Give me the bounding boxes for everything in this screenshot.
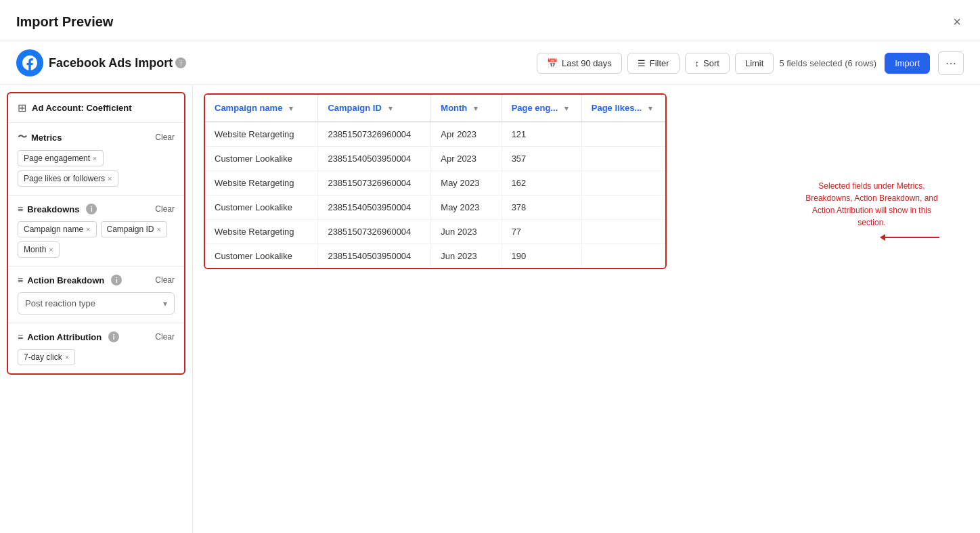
chevron-down-icon: ▾ xyxy=(163,299,167,308)
calendar-icon: 📅 xyxy=(547,58,558,68)
filter-label: Filter xyxy=(650,58,669,68)
table-row: Website Retargeting23851507326960004Apr … xyxy=(205,122,665,147)
col-month-sort-icon: ▾ xyxy=(474,104,478,112)
breakdowns-tag-2-remove[interactable]: × xyxy=(49,246,53,254)
breakdowns-clear-button[interactable]: Clear xyxy=(155,204,175,214)
action-breakdown-dropdown[interactable]: Post reaction type ▾ xyxy=(18,292,175,315)
table-cell-0-1: 23851507326960004 xyxy=(318,122,431,147)
date-range-button[interactable]: 📅 Last 90 days xyxy=(537,53,622,74)
table-cell-2-2: May 2023 xyxy=(431,171,502,195)
breakdowns-tag-0[interactable]: Campaign name × xyxy=(18,221,97,237)
col-campaign-id-label: Campaign ID xyxy=(328,103,381,113)
sort-button[interactable]: ↕ Sort xyxy=(685,53,730,74)
modal-title: Import Preview xyxy=(16,14,113,30)
action-breakdown-section: ≡ Action Breakdown i Clear Post reaction… xyxy=(8,266,184,323)
action-attribution-tag-0-label: 7-day click xyxy=(24,352,62,362)
arrow-head xyxy=(880,234,885,241)
col-page-likes-sort-icon: ▾ xyxy=(648,104,652,112)
breakdowns-title: ≡ Breakdowns i xyxy=(18,204,97,214)
ad-account-name: Ad Account: Coefficient xyxy=(32,103,132,113)
table-cell-0-3: 121 xyxy=(502,122,581,147)
table-cell-3-2: May 2023 xyxy=(431,195,502,220)
metrics-title: 〜 Metrics xyxy=(18,131,62,143)
breakdowns-tag-1-remove[interactable]: × xyxy=(157,225,161,233)
limit-button[interactable]: Limit xyxy=(735,53,774,74)
col-header-page-likes[interactable]: Page likes... ▾ xyxy=(581,95,665,122)
col-header-campaign-id[interactable]: Campaign ID ▾ xyxy=(318,95,431,122)
action-attribution-title: ≡ Action Attribution i xyxy=(18,331,119,342)
table-cell-2-4 xyxy=(581,171,665,195)
sidebar-inner: ⊞ Ad Account: Coefficient 〜 Metrics Clea… xyxy=(7,92,185,375)
table-cell-5-0: Customer Lookalike xyxy=(205,244,318,269)
metrics-tag-0-remove[interactable]: × xyxy=(93,154,97,162)
table-cell-3-4 xyxy=(581,195,665,220)
ad-account-header: ⊞ Ad Account: Coefficient xyxy=(8,93,184,123)
table-icon: ⊞ xyxy=(18,101,26,114)
metrics-clear-button[interactable]: Clear xyxy=(155,133,175,142)
action-attribution-tag-0-remove[interactable]: × xyxy=(65,353,69,361)
filter-button[interactable]: ☰ Filter xyxy=(627,53,680,74)
table-row: Customer Lookalike23851540503950004Apr 2… xyxy=(205,147,665,171)
table-row: Customer Lookalike23851540503950004Jun 2… xyxy=(205,244,665,269)
action-breakdown-header: ≡ Action Breakdown i Clear xyxy=(18,275,175,285)
arrow-body xyxy=(885,237,939,238)
action-attribution-clear-button[interactable]: Clear xyxy=(155,332,175,342)
table-cell-1-2: Apr 2023 xyxy=(431,147,502,171)
toolbar-actions: 📅 Last 90 days ☰ Filter ↕ Sort Limit xyxy=(537,53,774,74)
breakdowns-icon: ≡ xyxy=(18,204,23,214)
table-cell-3-3: 378 xyxy=(502,195,581,220)
table-cell-4-4 xyxy=(581,220,665,244)
metrics-tag-1-remove[interactable]: × xyxy=(108,175,112,183)
table-cell-2-1: 23851507326960004 xyxy=(318,171,431,195)
more-options-button[interactable]: ⋯ xyxy=(938,51,964,75)
table-cell-4-3: 77 xyxy=(502,220,581,244)
table-row: Website Retargeting23851507326960004Jun … xyxy=(205,220,665,244)
table-cell-1-3: 357 xyxy=(502,147,581,171)
limit-label: Limit xyxy=(745,58,763,68)
app-info-icon[interactable]: i xyxy=(175,57,186,68)
table-cell-5-3: 190 xyxy=(502,244,581,269)
metrics-tag-0[interactable]: Page engagement × xyxy=(18,150,104,166)
modal-overlay: Import Preview × Facebook Ads Import i 📅… xyxy=(0,0,980,533)
action-attribution-label: Action Attribution xyxy=(27,332,102,342)
sort-label: Sort xyxy=(703,58,719,68)
breakdowns-tag-2[interactable]: Month × xyxy=(18,241,60,258)
table-cell-1-4 xyxy=(581,147,665,171)
modal-header: Import Preview × xyxy=(0,0,980,41)
sidebar: ⊞ Ad Account: Coefficient 〜 Metrics Clea… xyxy=(0,85,193,533)
table-cell-3-1: 23851540503950004 xyxy=(318,195,431,220)
breakdowns-info-icon[interactable]: i xyxy=(86,204,97,214)
table-cell-4-0: Website Retargeting xyxy=(205,220,318,244)
breakdowns-tag-1-label: Campaign ID xyxy=(107,225,154,234)
close-button[interactable]: × xyxy=(950,12,964,31)
metrics-icon: 〜 xyxy=(18,131,27,143)
action-attribution-info-icon[interactable]: i xyxy=(108,331,119,342)
table-row: Customer Lookalike23851540503950004May 2… xyxy=(205,195,665,220)
import-button[interactable]: Import xyxy=(885,53,930,74)
action-attribution-tag-0[interactable]: 7-day click × xyxy=(18,349,75,365)
annotation-text: Selected fields under Metrics, Breakdown… xyxy=(804,180,939,229)
action-breakdown-dropdown-value: Post reaction type xyxy=(25,298,95,308)
action-breakdown-clear-button[interactable]: Clear xyxy=(155,275,175,285)
table-row: Website Retargeting23851507326960004May … xyxy=(205,171,665,195)
action-breakdown-icon: ≡ xyxy=(18,275,23,285)
col-header-month[interactable]: Month ▾ xyxy=(431,95,502,122)
metrics-header: 〜 Metrics Clear xyxy=(18,131,175,143)
breakdowns-tag-0-remove[interactable]: × xyxy=(86,225,90,233)
action-breakdown-label: Action Breakdown xyxy=(27,275,104,285)
table-cell-2-0: Website Retargeting xyxy=(205,171,318,195)
breakdowns-tag-1[interactable]: Campaign ID × xyxy=(101,221,167,237)
col-header-page-eng[interactable]: Page eng... ▾ xyxy=(502,95,581,122)
action-breakdown-info-icon[interactable]: i xyxy=(111,275,122,285)
action-attribution-tags: 7-day click × xyxy=(18,349,175,365)
breakdowns-tag-2-label: Month xyxy=(24,245,46,254)
col-campaign-name-label: Campaign name xyxy=(215,103,282,113)
col-month-label: Month xyxy=(441,103,467,113)
col-page-eng-label: Page eng... xyxy=(512,103,558,113)
table-cell-0-4 xyxy=(581,122,665,147)
col-page-likes-label: Page likes... xyxy=(592,103,642,113)
col-header-campaign-name[interactable]: Campaign name ▾ xyxy=(205,95,318,122)
metrics-tag-1[interactable]: Page likes or followers × xyxy=(18,170,118,187)
facebook-icon xyxy=(22,55,37,70)
breakdowns-section: ≡ Breakdowns i Clear Campaign name × Cam… xyxy=(8,195,184,266)
